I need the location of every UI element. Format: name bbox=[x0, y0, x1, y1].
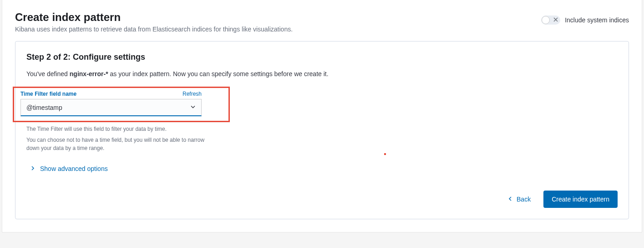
include-system-indices-toggle-group: Include system indices bbox=[541, 16, 629, 25]
include-system-indices-toggle[interactable] bbox=[541, 16, 560, 25]
index-pattern-name: nginx-error-* bbox=[70, 70, 108, 78]
chevron-right-icon bbox=[30, 165, 35, 172]
time-filter-field-label: Time Filter field name bbox=[20, 91, 76, 97]
red-dot-marker bbox=[384, 153, 386, 155]
step-description: You've defined nginx-error-* as your ind… bbox=[26, 70, 618, 78]
show-advanced-options-label: Show advanced options bbox=[40, 165, 108, 172]
refresh-link[interactable]: Refresh bbox=[183, 91, 202, 97]
include-system-indices-label: Include system indices bbox=[565, 16, 629, 24]
step-desc-post: as your index pattern. Now you can speci… bbox=[108, 70, 329, 78]
time-filter-help-2: You can choose not to have a time field,… bbox=[26, 136, 208, 152]
create-index-pattern-button[interactable]: Create index pattern bbox=[543, 191, 618, 208]
page-header: Create index pattern Kibana uses index p… bbox=[15, 11, 629, 41]
time-filter-highlight: Time Filter field name Refresh @timestam… bbox=[13, 87, 230, 122]
toggle-knob bbox=[542, 16, 550, 24]
time-filter-help-1: The Time Filter will use this field to f… bbox=[26, 125, 208, 133]
close-icon bbox=[553, 17, 558, 23]
page-title: Create index pattern bbox=[15, 11, 541, 24]
back-button[interactable]: Back bbox=[506, 192, 532, 207]
step-desc-pre: You've defined bbox=[26, 70, 70, 78]
page-container: Create index pattern Kibana uses index p… bbox=[2, 0, 642, 232]
chevron-left-icon bbox=[507, 196, 513, 203]
step-title: Step 2 of 2: Configure settings bbox=[26, 52, 618, 62]
page-subtitle: Kibana uses index patterns to retrieve d… bbox=[15, 26, 541, 33]
time-filter-select[interactable]: @timestamp bbox=[20, 99, 202, 116]
configure-settings-panel: Step 2 of 2: Configure settings You've d… bbox=[15, 41, 629, 219]
show-advanced-options[interactable]: Show advanced options bbox=[30, 165, 618, 172]
back-button-label: Back bbox=[517, 196, 531, 203]
panel-footer: Back Create index pattern bbox=[26, 191, 618, 208]
time-filter-select-value: @timestamp bbox=[26, 104, 62, 111]
